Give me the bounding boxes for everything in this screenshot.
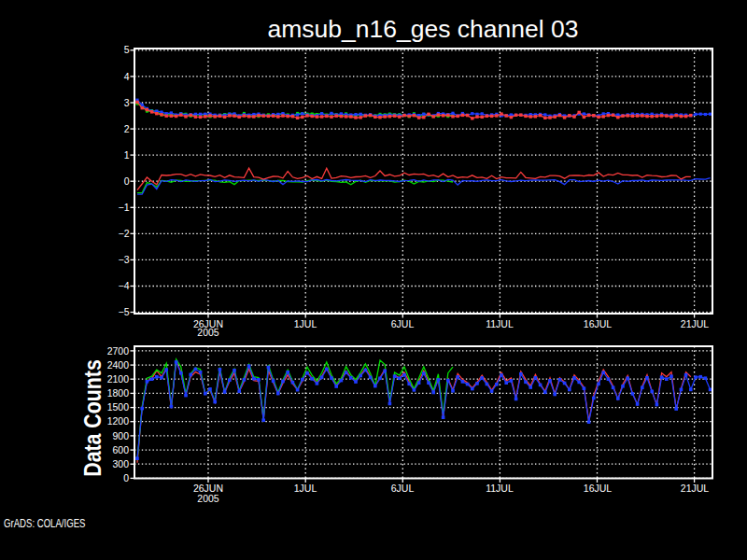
svg-text:2: 2 [124, 123, 130, 134]
svg-text:6JUL: 6JUL [391, 318, 415, 329]
svg-text:6JUL: 6JUL [391, 483, 415, 494]
svg-text:4: 4 [124, 71, 130, 82]
svg-text:−5: −5 [119, 306, 130, 317]
svg-text:2700: 2700 [107, 345, 130, 357]
svg-text:600: 600 [112, 444, 129, 455]
svg-text:11JUL: 11JUL [486, 318, 514, 329]
svg-text:amsub_n16_ges channel 03: amsub_n16_ges channel 03 [268, 15, 579, 43]
svg-text:−4: −4 [119, 280, 130, 291]
svg-text:1: 1 [124, 149, 130, 161]
svg-text:2005: 2005 [197, 327, 219, 338]
svg-text:900: 900 [112, 430, 129, 441]
svg-text:3: 3 [124, 97, 130, 108]
svg-text:16JUL: 16JUL [584, 318, 613, 329]
svg-text:2005: 2005 [197, 493, 219, 504]
svg-text:−3: −3 [119, 254, 130, 265]
svg-text:21JUL: 21JUL [681, 483, 710, 494]
svg-text:0: 0 [123, 472, 129, 483]
svg-text:1JUL: 1JUL [294, 318, 317, 329]
svg-text:2400: 2400 [107, 359, 130, 371]
svg-text:0: 0 [124, 175, 130, 187]
svg-text:−2: −2 [119, 228, 130, 239]
svg-text:5: 5 [124, 44, 130, 55]
svg-text:GrADS: COLA/IGES: GrADS: COLA/IGES [4, 516, 85, 528]
svg-text:11JUL: 11JUL [486, 483, 514, 494]
svg-text:1200: 1200 [107, 415, 130, 427]
svg-text:2100: 2100 [107, 373, 130, 385]
svg-text:−1: −1 [119, 202, 130, 213]
svg-text:21JUL: 21JUL [681, 318, 710, 329]
svg-text:1500: 1500 [107, 401, 130, 413]
svg-text:Data Counts: Data Counts [78, 359, 106, 477]
svg-text:1JUL: 1JUL [294, 483, 317, 494]
svg-text:16JUL: 16JUL [584, 483, 613, 494]
svg-text:1800: 1800 [107, 387, 130, 399]
svg-text:300: 300 [112, 458, 129, 469]
